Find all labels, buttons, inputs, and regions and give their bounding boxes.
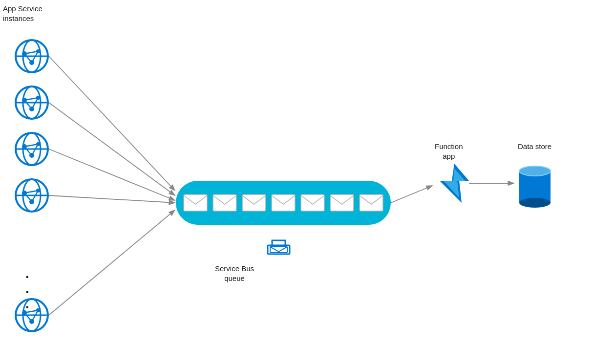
svg-line-34 bbox=[24, 147, 32, 155]
svg-rect-56 bbox=[272, 194, 295, 211]
svg-rect-57 bbox=[301, 194, 324, 211]
data-store-label: Data store bbox=[518, 142, 552, 151]
data-store-icon bbox=[515, 161, 554, 212]
svg-line-4 bbox=[49, 210, 175, 315]
svg-line-52 bbox=[24, 313, 32, 321]
svg-line-0 bbox=[49, 56, 175, 191]
app-service-globe-5 bbox=[15, 298, 49, 332]
function-app-icon bbox=[435, 161, 474, 207]
svg-line-5 bbox=[391, 186, 432, 203]
svg-line-3 bbox=[49, 195, 175, 203]
svg-rect-54 bbox=[213, 194, 236, 211]
service-bus-label: Service Bus queue bbox=[215, 264, 254, 283]
svg-line-25 bbox=[24, 100, 32, 109]
service-bus-icon bbox=[265, 231, 292, 259]
service-bus-queue-pill bbox=[176, 181, 391, 225]
svg-rect-59 bbox=[360, 194, 383, 211]
app-service-globe-1 bbox=[15, 39, 49, 73]
app-service-globe-3 bbox=[15, 132, 49, 166]
svg-rect-53 bbox=[184, 194, 207, 211]
app-service-label: App Service instances bbox=[3, 4, 42, 23]
diagram-container: App Service instances bbox=[0, 0, 594, 364]
svg-point-66 bbox=[519, 198, 551, 208]
svg-line-43 bbox=[24, 193, 32, 202]
svg-line-2 bbox=[49, 149, 175, 200]
svg-rect-58 bbox=[330, 194, 354, 211]
svg-line-1 bbox=[49, 103, 175, 195]
svg-line-16 bbox=[24, 54, 32, 63]
app-service-globe-4 bbox=[15, 178, 49, 213]
app-service-globe-2 bbox=[15, 86, 49, 120]
function-app-label: Function app bbox=[435, 142, 463, 161]
svg-rect-55 bbox=[242, 194, 266, 211]
